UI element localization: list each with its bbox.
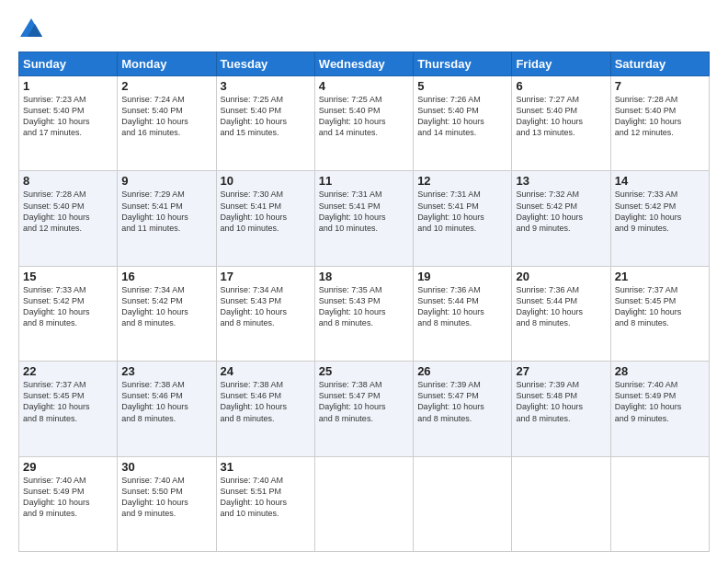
calendar-cell: 26Sunrise: 7:39 AMSunset: 5:47 PMDayligh…: [414, 362, 512, 456]
calendar-cell: [610, 456, 709, 551]
day-info: Sunrise: 7:37 AMSunset: 5:45 PMDaylight:…: [615, 284, 705, 329]
day-number: 11: [319, 174, 409, 188]
day-number: 1: [23, 79, 113, 93]
day-number: 21: [615, 270, 705, 283]
calendar-table: SundayMondayTuesdayWednesdayThursdayFrid…: [18, 52, 710, 552]
calendar-cell: 6Sunrise: 7:27 AMSunset: 5:40 PMDaylight…: [512, 76, 610, 171]
header-saturday: Saturday: [610, 52, 709, 76]
calendar-cell: 12Sunrise: 7:31 AMSunset: 5:41 PMDayligh…: [414, 171, 512, 266]
day-number: 31: [221, 460, 311, 474]
day-info: Sunrise: 7:25 AMSunset: 5:40 PMDaylight:…: [319, 94, 409, 139]
day-number: 17: [221, 270, 311, 283]
calendar-week-row: 1Sunrise: 7:23 AMSunset: 5:40 PMDaylight…: [19, 76, 710, 171]
calendar-cell: 1Sunrise: 7:23 AMSunset: 5:40 PMDaylight…: [19, 76, 118, 171]
day-info: Sunrise: 7:38 AMSunset: 5:47 PMDaylight:…: [319, 379, 409, 424]
header-sunday: Sunday: [19, 52, 118, 76]
calendar-cell: 5Sunrise: 7:26 AMSunset: 5:40 PMDaylight…: [414, 76, 512, 171]
day-info: Sunrise: 7:39 AMSunset: 5:48 PMDaylight:…: [516, 379, 606, 424]
header-monday: Monday: [118, 52, 216, 76]
day-info: Sunrise: 7:37 AMSunset: 5:45 PMDaylight:…: [23, 379, 113, 424]
day-number: 25: [319, 364, 409, 378]
calendar-cell: 22Sunrise: 7:37 AMSunset: 5:45 PMDayligh…: [19, 362, 118, 456]
day-number: 15: [23, 270, 113, 283]
day-number: 7: [615, 79, 705, 93]
day-info: Sunrise: 7:40 AMSunset: 5:49 PMDaylight:…: [615, 379, 705, 424]
day-info: Sunrise: 7:32 AMSunset: 5:42 PMDaylight:…: [516, 189, 606, 234]
day-number: 9: [121, 174, 211, 188]
day-number: 29: [23, 460, 113, 474]
calendar-week-row: 22Sunrise: 7:37 AMSunset: 5:45 PMDayligh…: [19, 362, 710, 456]
day-info: Sunrise: 7:27 AMSunset: 5:40 PMDaylight:…: [516, 94, 606, 139]
day-number: 20: [516, 270, 606, 283]
calendar-cell: 17Sunrise: 7:34 AMSunset: 5:43 PMDayligh…: [216, 266, 314, 361]
day-info: Sunrise: 7:28 AMSunset: 5:40 PMDaylight:…: [615, 94, 705, 139]
day-info: Sunrise: 7:33 AMSunset: 5:42 PMDaylight:…: [615, 189, 705, 234]
day-info: Sunrise: 7:23 AMSunset: 5:40 PMDaylight:…: [23, 94, 113, 139]
day-number: 22: [23, 364, 113, 378]
day-number: 30: [121, 460, 211, 474]
calendar-cell: 24Sunrise: 7:38 AMSunset: 5:46 PMDayligh…: [216, 362, 314, 456]
day-info: Sunrise: 7:38 AMSunset: 5:46 PMDaylight:…: [121, 379, 211, 424]
header-thursday: Thursday: [414, 52, 512, 76]
calendar-cell: 15Sunrise: 7:33 AMSunset: 5:42 PMDayligh…: [19, 266, 118, 361]
calendar-cell: 10Sunrise: 7:30 AMSunset: 5:41 PMDayligh…: [216, 171, 314, 266]
day-info: Sunrise: 7:38 AMSunset: 5:46 PMDaylight:…: [221, 379, 311, 424]
calendar-cell: 18Sunrise: 7:35 AMSunset: 5:43 PMDayligh…: [314, 266, 413, 361]
day-number: 6: [516, 79, 606, 93]
calendar-cell: 3Sunrise: 7:25 AMSunset: 5:40 PMDaylight…: [216, 76, 314, 171]
day-number: 23: [121, 364, 211, 378]
calendar-cell: 4Sunrise: 7:25 AMSunset: 5:40 PMDaylight…: [314, 76, 413, 171]
calendar-cell: [512, 456, 610, 551]
day-info: Sunrise: 7:36 AMSunset: 5:44 PMDaylight:…: [417, 284, 507, 329]
day-number: 8: [23, 174, 113, 188]
day-number: 3: [221, 79, 311, 93]
calendar-week-row: 8Sunrise: 7:28 AMSunset: 5:40 PMDaylight…: [19, 171, 710, 266]
header-tuesday: Tuesday: [216, 52, 314, 76]
day-number: 14: [615, 174, 705, 188]
day-number: 19: [417, 270, 507, 283]
day-number: 12: [417, 174, 507, 188]
day-number: 18: [319, 270, 409, 283]
day-info: Sunrise: 7:26 AMSunset: 5:40 PMDaylight:…: [417, 94, 507, 139]
day-info: Sunrise: 7:40 AMSunset: 5:49 PMDaylight:…: [23, 475, 113, 520]
calendar-cell: 2Sunrise: 7:24 AMSunset: 5:40 PMDaylight…: [118, 76, 216, 171]
calendar-cell: 19Sunrise: 7:36 AMSunset: 5:44 PMDayligh…: [414, 266, 512, 361]
calendar-cell: 14Sunrise: 7:33 AMSunset: 5:42 PMDayligh…: [610, 171, 709, 266]
header-friday: Friday: [512, 52, 610, 76]
day-number: 28: [615, 364, 705, 378]
page: SundayMondayTuesdayWednesdayThursdayFrid…: [0, 0, 728, 563]
day-info: Sunrise: 7:35 AMSunset: 5:43 PMDaylight:…: [319, 284, 409, 329]
day-number: 4: [319, 79, 409, 93]
calendar-cell: 7Sunrise: 7:28 AMSunset: 5:40 PMDaylight…: [610, 76, 709, 171]
day-number: 16: [121, 270, 211, 283]
calendar-cell: 25Sunrise: 7:38 AMSunset: 5:47 PMDayligh…: [314, 362, 413, 456]
day-info: Sunrise: 7:28 AMSunset: 5:40 PMDaylight:…: [23, 189, 113, 234]
calendar-cell: 21Sunrise: 7:37 AMSunset: 5:45 PMDayligh…: [610, 266, 709, 361]
header: [18, 17, 710, 42]
calendar-cell: 28Sunrise: 7:40 AMSunset: 5:49 PMDayligh…: [610, 362, 709, 456]
day-number: 13: [516, 174, 606, 188]
day-number: 5: [417, 79, 507, 93]
day-info: Sunrise: 7:33 AMSunset: 5:42 PMDaylight:…: [23, 284, 113, 329]
calendar-cell: 9Sunrise: 7:29 AMSunset: 5:41 PMDaylight…: [118, 171, 216, 266]
day-info: Sunrise: 7:24 AMSunset: 5:40 PMDaylight:…: [121, 94, 211, 139]
header-wednesday: Wednesday: [314, 52, 413, 76]
day-number: 24: [221, 364, 311, 378]
logo-icon: [18, 17, 44, 42]
calendar-cell: 8Sunrise: 7:28 AMSunset: 5:40 PMDaylight…: [19, 171, 118, 266]
day-number: 10: [221, 174, 311, 188]
calendar-cell: 20Sunrise: 7:36 AMSunset: 5:44 PMDayligh…: [512, 266, 610, 361]
day-info: Sunrise: 7:34 AMSunset: 5:42 PMDaylight:…: [121, 284, 211, 329]
logo: [18, 17, 46, 42]
calendar-week-row: 29Sunrise: 7:40 AMSunset: 5:49 PMDayligh…: [19, 456, 710, 551]
day-info: Sunrise: 7:36 AMSunset: 5:44 PMDaylight:…: [516, 284, 606, 329]
calendar-header-row: SundayMondayTuesdayWednesdayThursdayFrid…: [19, 52, 710, 76]
day-info: Sunrise: 7:40 AMSunset: 5:50 PMDaylight:…: [121, 475, 211, 520]
calendar-week-row: 15Sunrise: 7:33 AMSunset: 5:42 PMDayligh…: [19, 266, 710, 361]
day-info: Sunrise: 7:34 AMSunset: 5:43 PMDaylight:…: [221, 284, 311, 329]
calendar-cell: [314, 456, 413, 551]
calendar-cell: 16Sunrise: 7:34 AMSunset: 5:42 PMDayligh…: [118, 266, 216, 361]
calendar-cell: 30Sunrise: 7:40 AMSunset: 5:50 PMDayligh…: [118, 456, 216, 551]
day-info: Sunrise: 7:30 AMSunset: 5:41 PMDaylight:…: [221, 189, 311, 234]
day-number: 26: [417, 364, 507, 378]
